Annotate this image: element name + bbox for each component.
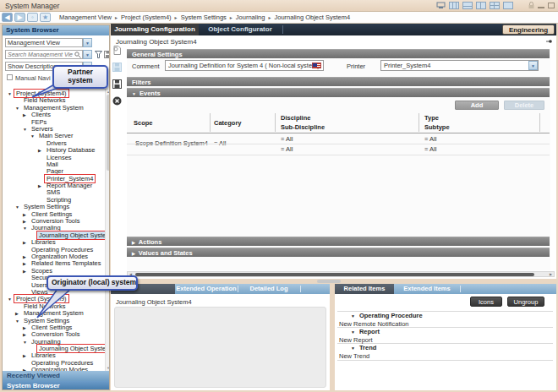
pin-pane-icon[interactable]: [436, 2, 446, 9]
pin-icon[interactable]: [546, 39, 552, 44]
section-events[interactable]: ▼Events: [127, 88, 550, 97]
expand-icon[interactable]: ▶: [38, 182, 45, 189]
expand-icon[interactable]: ▶: [23, 331, 30, 338]
expand-icon[interactable]: ▶: [38, 147, 45, 154]
expand-icon[interactable]: ▶: [23, 324, 30, 331]
tree-scrollbar[interactable]: ▲ ▼: [105, 89, 110, 371]
tree-item[interactable]: ▼Management System: [3, 105, 105, 112]
related-item[interactable]: New Trend: [337, 352, 553, 361]
splitter-handle[interactable]: [317, 280, 341, 283]
collapse-icon[interactable]: ▼: [15, 204, 22, 210]
column-divider[interactable]: [418, 113, 419, 132]
tree-scroll-thumb[interactable]: [107, 95, 110, 171]
expand-icon[interactable]: ▶: [23, 112, 30, 118]
search-input[interactable]: [8, 51, 74, 58]
section-filters[interactable]: Filters: [127, 77, 550, 86]
tree-item[interactable]: ▶Clients: [3, 112, 105, 118]
save-as-icon[interactable]: [112, 79, 122, 89]
related-group-header[interactable]: ▼Operating Procedure: [337, 312, 553, 320]
expand-icon[interactable]: ▶: [23, 260, 30, 267]
save-search-icon[interactable]: [104, 51, 110, 58]
expand-icon[interactable]: ▶: [15, 310, 22, 317]
collapse-icon[interactable]: ▼: [8, 296, 14, 302]
column-divider[interactable]: [210, 113, 211, 132]
expand-icon[interactable]: ▶: [23, 268, 30, 275]
breadcrumb-item[interactable]: System Settings: [181, 14, 227, 21]
tree-item[interactable]: ▶Related Items Templates: [3, 260, 105, 267]
us-flag-icon[interactable]: [312, 63, 321, 68]
ungroup-button[interactable]: Ungroup: [507, 297, 544, 307]
collapse-icon[interactable]: ▼: [30, 133, 37, 139]
detach-window-icon[interactable]: ◦: [27, 13, 38, 22]
layout-single-icon[interactable]: [503, 2, 513, 9]
tab-journaling-configuration[interactable]: Journaling Configuration: [111, 24, 199, 35]
scroll-right-icon[interactable]: ▶: [550, 272, 552, 277]
expand-icon[interactable]: ▶: [23, 239, 30, 246]
collapse-icon[interactable]: ▼: [15, 318, 22, 324]
section-actions[interactable]: ▶Actions: [127, 237, 550, 246]
column-divider[interactable]: [539, 113, 540, 132]
breadcrumb-item[interactable]: Project (System4): [121, 14, 172, 21]
view-select[interactable]: Management View: [5, 38, 83, 47]
related-group-header[interactable]: ▼Report: [337, 328, 553, 336]
new-document-icon[interactable]: [112, 46, 122, 55]
collapse-icon[interactable]: ▼: [8, 90, 14, 97]
horizontal-scrollbar[interactable]: ◀ ▶: [127, 271, 555, 277]
section-values-states[interactable]: ▶Values and States: [127, 248, 550, 257]
row-type[interactable]: = All: [424, 135, 436, 143]
layout-columns-icon[interactable]: [449, 2, 459, 9]
hscroll-thumb[interactable]: [135, 273, 534, 276]
filter-icon[interactable]: [95, 51, 102, 58]
row-discipline[interactable]: = All: [281, 135, 293, 143]
favorites-star-icon[interactable]: ★: [40, 13, 51, 22]
view-select-dropdown-icon[interactable]: ▼: [83, 38, 92, 47]
expand-icon[interactable]: ▶: [23, 218, 30, 225]
row-sub-discipline[interactable]: = All: [281, 145, 293, 153]
tab-extended-operation[interactable]: Extended Operation: [175, 284, 238, 294]
manual-navigation-checkbox[interactable]: [7, 74, 13, 80]
search-dropdown-icon[interactable]: ▼: [83, 50, 92, 59]
column-divider[interactable]: [275, 113, 276, 132]
engineering-mode-button[interactable]: Engineering: [502, 24, 555, 35]
discard-icon[interactable]: [112, 96, 122, 106]
collapse-icon[interactable]: ▼: [15, 105, 22, 112]
related-item[interactable]: New Report: [337, 336, 553, 345]
collapse-icon[interactable]: ▼: [23, 225, 30, 231]
lock-icon[interactable]: [528, 2, 534, 9]
collapse-icon[interactable]: ▼: [351, 313, 355, 318]
expand-icon[interactable]: ▶: [23, 352, 30, 359]
minimize-icon[interactable]: [538, 3, 544, 8]
comment-field[interactable]: Journaling Definition for System 4 ( Non…: [165, 60, 324, 71]
back-icon[interactable]: ◀: [2, 13, 13, 22]
printer-select[interactable]: Printer_System4: [380, 60, 539, 71]
expand-icon[interactable]: ▶: [23, 253, 30, 260]
related-item[interactable]: New Remote Notification: [337, 320, 553, 329]
forward-icon[interactable]: ▶: [14, 13, 25, 22]
layout-grid-icon[interactable]: [490, 2, 500, 9]
tab-object-configurator[interactable]: Object Configurator: [200, 24, 280, 35]
icons-button[interactable]: Icons: [470, 297, 502, 307]
tab-related-items[interactable]: Related Items: [335, 284, 394, 294]
collapse-icon[interactable]: ▼: [351, 329, 355, 335]
collapse-icon[interactable]: ▼: [23, 126, 30, 133]
layout-split-right-icon[interactable]: [476, 2, 486, 9]
restore-icon[interactable]: [548, 3, 555, 8]
printer-dropdown-icon[interactable]: ▼: [528, 61, 538, 70]
tab-detailed-log[interactable]: Detailed Log: [238, 284, 299, 294]
breadcrumb-item[interactable]: Journaling: [236, 14, 265, 21]
related-group-header[interactable]: ▼Trend: [337, 344, 553, 352]
tab-extended-items[interactable]: Extended Items: [394, 284, 460, 294]
layout-split-bottom-icon[interactable]: [462, 2, 473, 9]
section-general-settings[interactable]: General Settings: [127, 49, 550, 58]
system-browser-bottom-tab[interactable]: System Browser: [3, 381, 109, 390]
collapse-icon[interactable]: ▼: [23, 339, 30, 346]
breadcrumb-item[interactable]: Journaling Object System4: [274, 14, 350, 21]
scroll-up-icon[interactable]: ▲: [106, 90, 110, 94]
recently-viewed-bar[interactable]: Recently Viewed: [3, 371, 109, 381]
row-subtype[interactable]: = All: [424, 145, 436, 153]
collapse-icon[interactable]: ▼: [351, 346, 355, 351]
scroll-down-icon[interactable]: ▼: [106, 366, 110, 370]
add-button[interactable]: Add: [455, 101, 499, 110]
breadcrumb-item[interactable]: Management View: [59, 14, 112, 21]
expand-icon[interactable]: ▶: [23, 211, 30, 218]
